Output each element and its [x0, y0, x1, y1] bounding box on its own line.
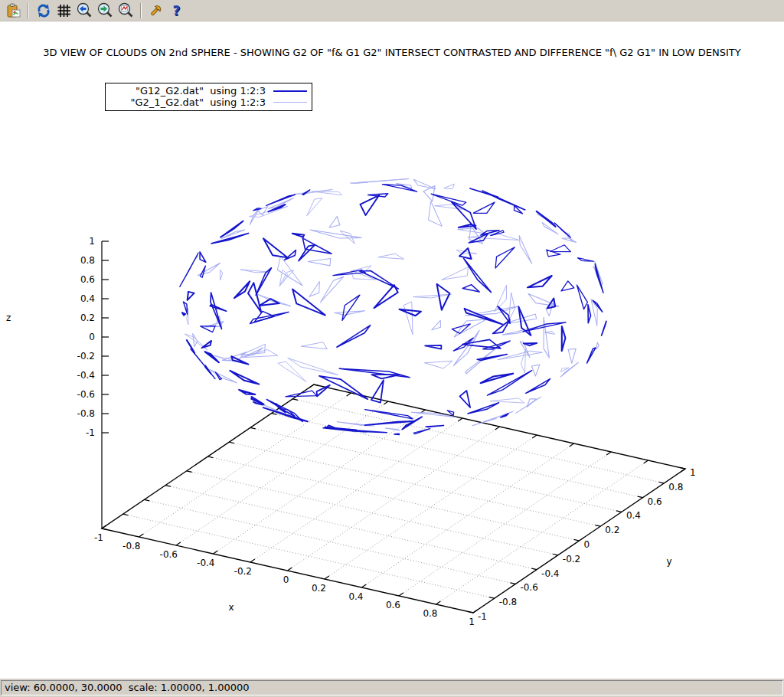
data-triangle: [464, 309, 501, 325]
data-triangle: [466, 306, 519, 316]
data-triangle: [299, 245, 315, 261]
data-triangle: [481, 374, 514, 383]
toolbar-separator: [28, 3, 29, 18]
data-triangle: [452, 324, 470, 333]
zoom-previous-icon: [77, 2, 93, 18]
data-triangle: [464, 258, 492, 292]
data-triangle: [424, 361, 452, 368]
toggle-grid-button[interactable]: [54, 2, 74, 20]
data-triangle: [278, 362, 306, 382]
data-triangle: [263, 238, 288, 257]
data-triangle: [321, 277, 344, 302]
data-triangle: [222, 352, 246, 361]
tick-label: -0.4: [541, 568, 559, 579]
data-triangle: [184, 302, 188, 314]
tick-label: 1: [469, 617, 475, 627]
data-triangle: [200, 252, 206, 262]
data-triangle: [285, 250, 296, 260]
plot-canvas: -1-0.8-0.6-0.4-0.200.20.40.60.81-1-0.8-0…: [0, 21, 784, 679]
tick-label: -0.4: [77, 370, 95, 381]
tick-label: 0.6: [386, 600, 400, 610]
tick-label: 0.4: [80, 293, 95, 304]
data-triangle: [337, 326, 371, 348]
data-triangle: [340, 231, 354, 244]
plot-title: 3D VIEW OF CLOUDS ON 2nd SPHERE - SHOWIN…: [0, 47, 784, 58]
replot-icon: [36, 3, 51, 18]
data-triangle: [239, 390, 255, 394]
legend-entry: "G12_G2.dat" using 1:2:3: [106, 85, 312, 97]
data-triangle: [342, 295, 360, 320]
data-triangle: [374, 285, 398, 308]
wrench-icon: [148, 2, 164, 18]
data-triangle: [473, 202, 495, 213]
axis-label: y: [666, 556, 671, 567]
tick-label: 0.6: [80, 274, 95, 285]
grid-icon: [57, 3, 72, 18]
data-triangle: [360, 271, 398, 290]
help-button[interactable]: ?: [166, 2, 187, 20]
data-triangle: [432, 320, 441, 329]
legend-entry: "G2_1_G2.dat" using 1:2:3: [106, 97, 312, 108]
data-triangle: [394, 434, 399, 434]
data-triangle: [193, 334, 198, 347]
data-triangle: [469, 234, 488, 243]
tick-label: 0.4: [626, 510, 641, 521]
tick-label: -0.6: [520, 582, 537, 593]
tick-label: 0.2: [312, 583, 326, 594]
data-triangle: [288, 358, 338, 375]
data-triangle: [468, 403, 499, 414]
plot-area[interactable]: -1-0.8-0.6-0.4-0.200.20.40.60.81-1-0.8-0…: [0, 21, 784, 679]
tick-label: 1: [89, 236, 95, 247]
copy-to-clipboard-button[interactable]: [3, 2, 24, 20]
data-triangle: [182, 313, 185, 315]
data-triangle: [378, 254, 403, 259]
data-triangle: [462, 285, 479, 292]
tick-label: -0.8: [77, 408, 95, 419]
data-triangle: [215, 372, 221, 380]
data-triangle: [413, 429, 430, 434]
data-triangle: [595, 263, 603, 293]
tick-label: -0.6: [77, 389, 95, 400]
data-triangle: [578, 258, 594, 262]
data-triangle: [425, 345, 441, 349]
axis-label: x: [228, 602, 234, 613]
data-triangle: [454, 319, 486, 337]
data-triangle: [241, 344, 266, 355]
data-triangle: [429, 201, 443, 227]
data-triangle: [490, 398, 524, 403]
data-triangle: [365, 410, 413, 419]
configure-button[interactable]: [145, 2, 166, 20]
status-view-scale-text: view: 60.0000, 30.0000 scale: 1.00000, 1…: [1, 680, 783, 695]
tick-label: 0.8: [423, 608, 437, 619]
tick-label: -1: [478, 611, 487, 622]
data-triangle: [260, 299, 279, 306]
tick-label: 0.2: [80, 313, 95, 323]
data-triangle: [309, 281, 319, 296]
data-triangle: [310, 230, 361, 238]
data-triangle: [180, 253, 198, 286]
data-triangle: [524, 343, 537, 345]
previous-zoom-button[interactable]: [74, 2, 95, 20]
data-triangle: [482, 191, 525, 210]
data-triangle: [458, 228, 485, 234]
tick-label: 0.6: [648, 496, 662, 507]
data-triangle: [483, 341, 510, 349]
data-triangle: [188, 292, 194, 300]
data-triangle: [220, 270, 222, 280]
data-triangle: [495, 247, 514, 268]
copy-to-clipboard-icon: [6, 3, 21, 18]
toolbar-separator: [140, 3, 142, 18]
data-triangle: [466, 348, 496, 374]
autoscale-icon: [118, 2, 134, 18]
next-zoom-button[interactable]: [95, 2, 116, 20]
autoscale-button[interactable]: [116, 2, 136, 20]
replot-button[interactable]: [33, 2, 54, 20]
data-triangle: [451, 201, 476, 229]
data-triangle: [519, 236, 532, 264]
zoom-next-icon: [97, 2, 113, 18]
tick-label: -0.2: [563, 554, 580, 564]
tick-label: -1: [86, 427, 95, 438]
data-triangle: [587, 348, 596, 363]
data-triangle: [234, 281, 250, 298]
data-triangle: [561, 281, 574, 291]
